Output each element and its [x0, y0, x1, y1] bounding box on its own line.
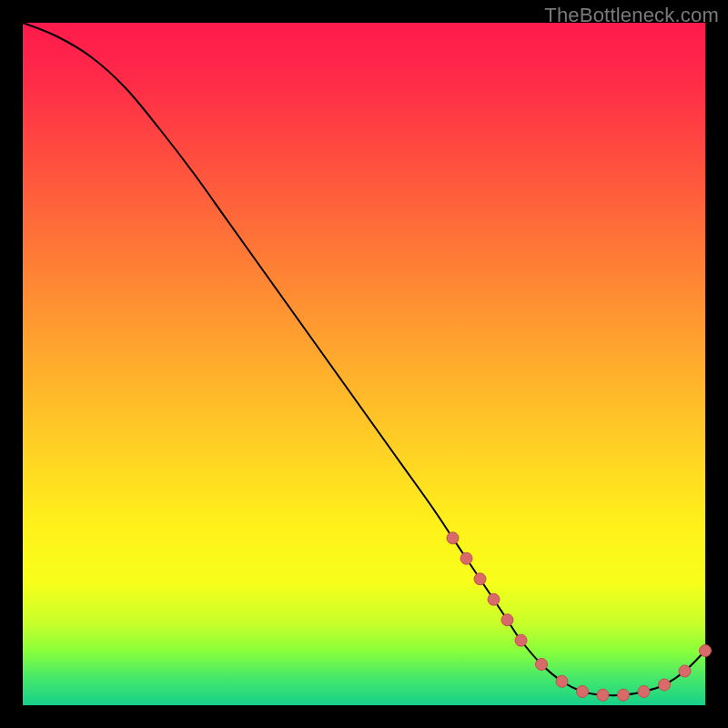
curve-marker: [577, 686, 589, 698]
curve-marker: [474, 573, 486, 585]
chart-container: TheBottleneck.com: [0, 0, 728, 728]
curve-marker: [447, 532, 459, 544]
curve-marker: [597, 689, 609, 701]
curve-markers: [447, 532, 712, 702]
curve-marker: [556, 675, 568, 687]
curve-marker: [638, 686, 650, 698]
curve-svg: [23, 23, 705, 705]
curve-marker: [501, 614, 513, 626]
curve-marker: [536, 659, 548, 671]
curve-marker: [659, 679, 671, 691]
curve-marker: [679, 665, 691, 677]
curve-marker: [460, 552, 472, 564]
plot-area: [23, 23, 705, 705]
curve-marker: [700, 645, 712, 657]
curve-marker: [488, 593, 500, 605]
curve-marker: [618, 689, 630, 701]
bottleneck-curve: [23, 23, 705, 695]
curve-marker: [515, 634, 527, 646]
